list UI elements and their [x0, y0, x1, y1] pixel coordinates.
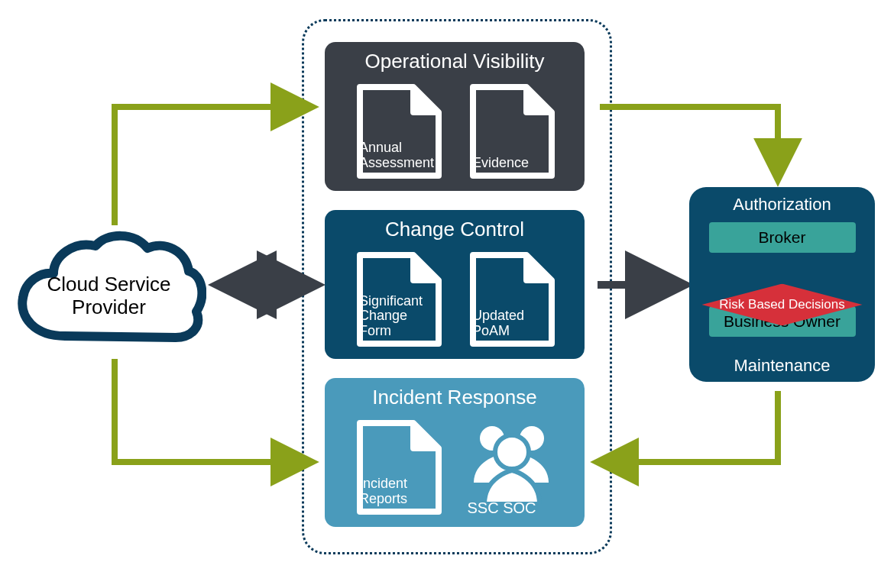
ir-title: Incident Response — [325, 378, 585, 412]
risk-decision-label: Risk Based Decisions — [719, 298, 844, 312]
doc-label: Incident Reports — [359, 477, 407, 507]
doc-label: Significant Change Form — [359, 294, 439, 339]
doc-evidence: Evidence — [462, 78, 561, 185]
doc-updated-poam: Updated PoAM — [462, 246, 561, 353]
operational-visibility-panel: Operational Visibility Annual Assessment — [325, 42, 585, 191]
cloud-service-provider: Cloud Service Provider — [11, 229, 206, 355]
doc-annual-assessment: Annual Assessment — [348, 78, 448, 185]
cc-title: Change Control — [325, 210, 585, 244]
change-control-panel: Change Control Significant Change Form — [325, 210, 585, 359]
doc-label: Evidence — [472, 156, 529, 171]
doc-label: Annual Assessment — [359, 141, 434, 171]
ssc-soc-label: SSC SOC — [462, 499, 542, 516]
authorization-maintenance-box: Authorization Broker Risk Based Decision… — [689, 187, 875, 382]
cloud-label-line1: Cloud Service — [47, 273, 171, 296]
risk-decision-diamond: Risk Based Decisions — [702, 283, 863, 327]
doc-incident-reports: Incident Reports — [348, 414, 448, 521]
maintenance-label: Maintenance — [689, 356, 875, 376]
cloud-label: Cloud Service Provider — [11, 273, 206, 319]
doc-significant-change-form: Significant Change Form — [348, 246, 448, 353]
doc-label: Updated PoAM — [472, 309, 524, 339]
svg-point-2 — [495, 435, 529, 469]
ov-title: Operational Visibility — [325, 42, 585, 76]
cloud-label-line2: Provider — [72, 296, 146, 318]
diagram-stage: Cloud Service Provider Operational Visib… — [0, 0, 894, 588]
authorization-label: Authorization — [689, 195, 875, 215]
incident-response-panel: Incident Response Incident Reports — [325, 378, 585, 527]
ssc-soc-group: SSC SOC — [462, 414, 561, 521]
broker-bar: Broker — [709, 222, 856, 253]
